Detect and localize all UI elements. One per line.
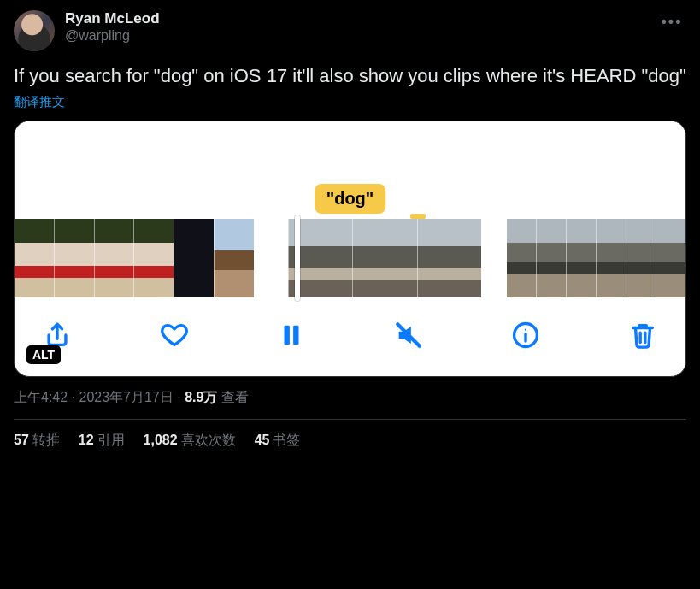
author-display-name: Ryan McLeod [65,10,647,27]
views-label: 查看 [217,390,248,404]
like-button[interactable] [156,316,193,354]
pause-button[interactable] [273,316,310,354]
media-attachment[interactable]: "dog" [14,121,686,377]
mute-icon [394,321,423,350]
tweet-header: Ryan McLeod @warpling ••• [14,10,686,51]
svg-rect-1 [293,326,298,345]
tweet-stats: 57转推 12引用 1,082喜欢次数 45书签 [14,432,686,450]
tweet-text: If you search for "dog" on iOS 17 it'll … [14,63,686,89]
timeline-frame [656,219,685,297]
views-count: 8.9万 [185,390,217,404]
more-options-button[interactable]: ••• [657,7,686,36]
timeline-frame [174,219,214,297]
timeline-frame [15,219,54,297]
author-names[interactable]: Ryan McLeod @warpling [65,10,647,44]
timeline-frame [626,219,656,297]
timeline-frame [507,219,536,297]
timeline-frame [214,219,254,297]
delete-button[interactable] [624,316,662,354]
svg-rect-0 [285,326,290,345]
timeline-frame [566,219,596,297]
tweet-date[interactable]: 2023年7月17日 [79,390,173,404]
media-toolbar [15,297,685,376]
timeline-frame [536,219,566,297]
clip-group-3 [507,219,685,297]
clip-group-2 [288,219,481,297]
tweet-time[interactable]: 上午4:42 [14,390,68,404]
timeline-frame [133,219,174,297]
pause-icon [277,321,306,350]
author-handle: @warpling [65,27,647,44]
timeline-frame [417,219,481,297]
trash-icon [628,321,657,350]
mute-button[interactable] [390,316,427,354]
timeline-frame [94,219,134,297]
ellipsis-icon: ••• [662,13,683,31]
svg-point-5 [525,328,526,330]
likes-stat[interactable]: 1,082喜欢次数 [144,432,236,450]
caption-bubble: "dog" [315,184,386,214]
quotes-stat[interactable]: 12引用 [79,432,125,450]
divider [14,419,686,420]
bookmarks-stat[interactable]: 45书签 [255,432,301,450]
info-icon [511,321,540,350]
tweet-meta: 上午4:42 · 2023年7月17日 · 8.9万 查看 [14,389,686,407]
playhead-icon[interactable] [295,215,300,301]
heart-icon [160,321,189,350]
video-timeline-strip[interactable] [15,219,685,297]
info-button[interactable] [507,316,544,354]
avatar[interactable] [14,10,55,51]
media-preview-area: "dog" [15,121,685,219]
retweets-stat[interactable]: 57转推 [14,432,60,450]
timeline-frame [352,219,416,297]
timeline-frame [596,219,626,297]
translate-link[interactable]: 翻译推文 [14,94,65,110]
tweet-container: Ryan McLeod @warpling ••• If you search … [0,0,700,456]
alt-badge[interactable]: ALT [26,345,61,364]
timeline-frame [54,219,94,297]
clip-group-1 [15,219,254,297]
